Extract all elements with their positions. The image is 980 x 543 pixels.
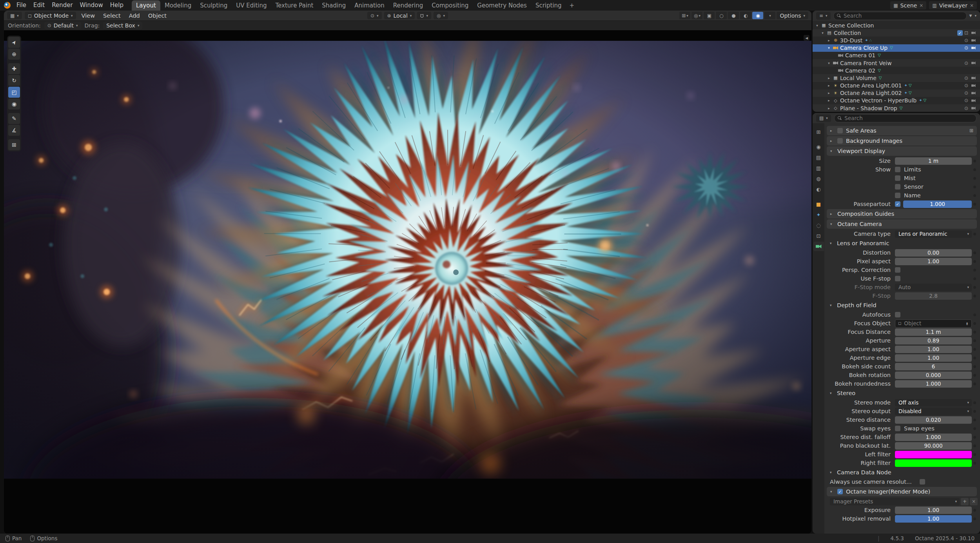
expand-arrow[interactable]	[820, 31, 826, 35]
disable-in-viewports-toggle[interactable]	[963, 31, 970, 35]
size-slider[interactable]: 1 m	[895, 157, 972, 165]
collapse-arrow[interactable]	[830, 391, 834, 395]
decorator-dot[interactable]	[972, 436, 978, 439]
collapse-arrow[interactable]	[830, 241, 834, 245]
decorator-dot[interactable]	[972, 445, 978, 447]
snap-dropdown[interactable]	[417, 12, 431, 19]
hide-in-viewport-toggle[interactable]	[963, 91, 970, 95]
decorator-dot[interactable]	[972, 419, 978, 421]
annotate-tool[interactable]	[8, 113, 20, 124]
stereo-output-dropdown[interactable]: Disabled	[895, 408, 972, 415]
tab-object-data-camera[interactable]	[813, 242, 824, 251]
collapse-arrow[interactable]	[830, 212, 834, 216]
sensor-checkbox[interactable]	[895, 184, 900, 190]
decorator-dot[interactable]	[972, 269, 978, 272]
outliner-row-camera-front-veiw[interactable]: Camera Front Veiw	[813, 59, 980, 67]
tab-output[interactable]	[813, 153, 824, 162]
transform-tool[interactable]	[8, 98, 20, 109]
decorator-dot[interactable]	[972, 365, 978, 368]
add-cube-tool[interactable]	[8, 139, 20, 150]
tab-tool[interactable]	[813, 127, 824, 137]
decorator-dot[interactable]	[972, 313, 978, 316]
outliner-row-plane-shadow-drop[interactable]: Plane - Shadow Drop	[813, 104, 980, 112]
shading-wireframe-button[interactable]	[716, 12, 727, 19]
decorator-dot[interactable]	[972, 260, 978, 263]
disable-in-renders-toggle[interactable]	[970, 39, 977, 42]
tab-uv-editing[interactable]: UV Editing	[232, 0, 271, 11]
viewlayer-selector[interactable]: ViewLayer	[929, 1, 977, 9]
cursor-tool[interactable]	[8, 49, 20, 60]
shading-solid-button[interactable]	[728, 12, 739, 19]
expand-arrow[interactable]	[826, 76, 832, 80]
tab-view-layer[interactable]	[813, 163, 824, 173]
camera-type-dropdown[interactable]: Lens or Panoramic	[895, 230, 972, 238]
persp-correction-checkbox[interactable]	[895, 267, 900, 273]
decorator-dot[interactable]	[972, 233, 978, 235]
disable-in-renders-toggle[interactable]	[970, 77, 977, 80]
outliner-row-camera-close-up[interactable]: Camera Close Up	[813, 44, 980, 52]
distortion-slider[interactable]: 0.00	[895, 249, 972, 257]
decorator-dot[interactable]	[972, 251, 978, 254]
select-box-tool[interactable]	[8, 37, 20, 48]
decorator-dot[interactable]	[972, 295, 978, 297]
disable-in-renders-toggle[interactable]	[970, 107, 977, 110]
toggle-xray-button[interactable]	[704, 12, 715, 19]
autofocus-checkbox[interactable]	[895, 312, 900, 317]
decorator-dot[interactable]	[972, 410, 978, 413]
collapse-arrow[interactable]	[830, 139, 834, 143]
tab-scripting[interactable]: Scripting	[531, 0, 566, 11]
tab-texture-paint[interactable]: Texture Paint	[271, 0, 318, 11]
collapse-arrow[interactable]	[830, 129, 834, 133]
bokeh-side-count-slider[interactable]: 6	[895, 363, 972, 370]
panel-octane-camera[interactable]: Octane Camera	[827, 219, 977, 229]
decorator-dot[interactable]	[972, 339, 978, 342]
subpanel-depth-of-field[interactable]: Depth of Field	[830, 301, 977, 310]
tab-layout[interactable]: Layout	[132, 0, 160, 11]
shading-dropdown[interactable]	[764, 12, 775, 19]
tab-animation[interactable]: Animation	[350, 0, 388, 11]
expand-arrow[interactable]	[826, 98, 832, 102]
background-images-checkbox[interactable]	[837, 138, 843, 144]
octane-imager-checkbox[interactable]	[837, 489, 843, 494]
proportional-editing-dropdown[interactable]	[434, 12, 448, 19]
right-filter-color-swatch[interactable]	[895, 459, 972, 467]
decorator-dot[interactable]	[972, 160, 978, 162]
outliner-row-3d-dust[interactable]: 3D-Dust	[813, 36, 980, 44]
add-workspace-button[interactable]: +	[566, 0, 578, 11]
panel-safe-areas[interactable]: Safe Areas	[827, 126, 977, 135]
always-use-camera-resolution-checkbox[interactable]	[920, 479, 925, 485]
safe-areas-checkbox[interactable]	[837, 128, 843, 133]
hide-in-viewport-toggle[interactable]	[963, 106, 970, 111]
collection-checkbox[interactable]	[957, 30, 963, 36]
tool-orientation-dropdown[interactable]: Default	[44, 22, 81, 29]
menu-add[interactable]: Add	[126, 13, 143, 19]
bokeh-rotation-slider[interactable]: 0.000	[895, 372, 972, 379]
decorator-dot[interactable]	[972, 168, 978, 171]
tab-rendering[interactable]: Rendering	[389, 0, 428, 11]
editor-type-selector[interactable]	[7, 12, 22, 19]
menu-object[interactable]: Object	[145, 13, 169, 19]
scale-tool[interactable]	[8, 87, 20, 98]
decorator-dot[interactable]	[972, 194, 978, 197]
tab-compositing[interactable]: Compositing	[427, 0, 473, 11]
properties-search-input[interactable]	[844, 115, 973, 122]
tab-geometry-nodes[interactable]: Geometry Nodes	[473, 0, 531, 11]
decorator-dot[interactable]	[972, 357, 978, 359]
decorator-dot[interactable]	[972, 286, 978, 289]
decorator-dot[interactable]	[972, 427, 978, 430]
panel-composition-guides[interactable]: Composition Guides	[827, 209, 977, 219]
rotate-tool[interactable]	[8, 75, 20, 86]
disable-in-renders-toggle[interactable]	[970, 99, 977, 102]
outliner-row-octane-area-light-001[interactable]: Octane Area Light.001	[813, 82, 980, 89]
hide-in-viewport-toggle[interactable]	[963, 61, 970, 66]
tab-object[interactable]	[813, 199, 824, 209]
move-tool[interactable]	[8, 63, 20, 74]
scene-selector[interactable]: Scene	[890, 1, 926, 9]
outliner-row-scene-collection[interactable]: Scene Collection	[813, 22, 980, 29]
decorator-dot[interactable]	[972, 331, 978, 333]
decorator-dot[interactable]	[972, 509, 978, 512]
imager-presets-dropdown[interactable]: Imager Presets	[830, 498, 960, 505]
disable-in-renders-toggle[interactable]	[970, 84, 977, 87]
decorator-dot[interactable]	[972, 186, 978, 188]
hide-in-viewport-toggle[interactable]	[963, 83, 970, 88]
